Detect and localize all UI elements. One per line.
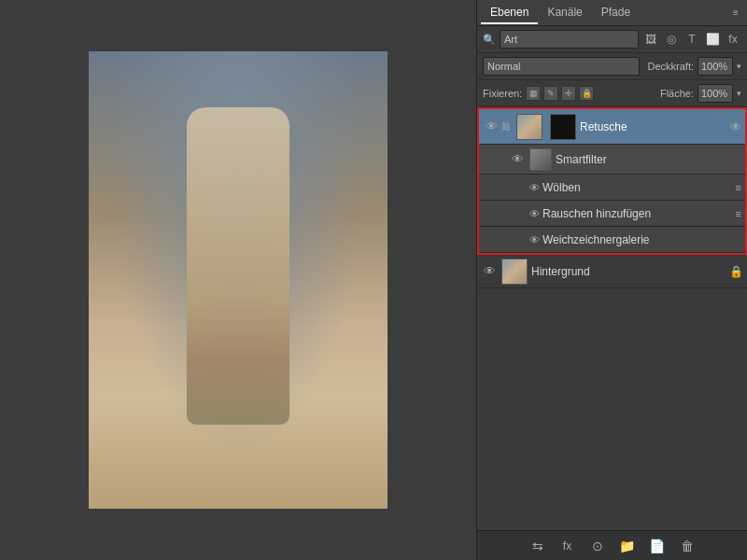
layer-fx-icon[interactable]: fx — [558, 537, 577, 555]
layer-retusche-photo-thumb — [516, 114, 543, 140]
layer-wolben-name: Wölben — [543, 181, 736, 194]
layer-rauschen-options-icon[interactable]: ≡ — [736, 208, 741, 219]
blend-mode-row: Normal Multiplizieren Abdunkeln Deckkraf… — [477, 53, 747, 80]
filter-row: 🔍 Art Name Effekt 🖼 ◎ T ⬜ fx — [477, 26, 747, 53]
opacity-arrow[interactable]: ▾ — [737, 62, 741, 71]
tab-kanaele[interactable]: Kanäle — [538, 2, 591, 24]
layer-weich-eye[interactable]: 👁 — [526, 231, 543, 248]
layer-retusche-mask-thumb — [550, 114, 576, 140]
layer-hintergrund-name: Hintergrund — [531, 265, 729, 278]
main-canvas — [89, 51, 388, 509]
filter-icon-fx[interactable]: fx — [725, 31, 741, 48]
layer-smartfilter-thumb — [529, 148, 552, 171]
layer-smartfilter[interactable]: 👁 Smartfilter — [479, 145, 745, 175]
fix-icons-group: ▦ ✎ ✛ 🔒 — [526, 86, 594, 101]
fix-icon-checker[interactable]: ▦ — [526, 86, 541, 101]
layer-retusche[interactable]: 👁 ⛓ Retusche 👁 — [479, 109, 745, 145]
layers-wrapper: 👁 ⛓ Retusche 👁 👁 Smartfilter — [477, 107, 747, 530]
fix-row: Fixieren: ▦ ✎ ✛ 🔒 Fläche: ▾ — [477, 80, 747, 107]
layer-retusche-eye[interactable]: 👁 — [483, 119, 500, 135]
red-outline-group: 👁 ⛓ Retusche 👁 👁 Smartfilter — [477, 107, 747, 255]
layer-smartfilter-eye[interactable]: 👁 — [509, 151, 526, 168]
layer-hintergrund-thumb — [501, 259, 528, 285]
fixieren-label: Fixieren: — [483, 88, 522, 99]
layer-hintergrund-lock-icon: 🔒 — [729, 265, 743, 278]
new-group-icon[interactable]: 📁 — [618, 537, 637, 555]
layers-panel: Ebenen Kanäle Pfade ≡ 🔍 Art Name Effekt … — [476, 0, 747, 560]
fix-icon-pen[interactable]: ✎ — [543, 86, 558, 101]
link-layers-icon[interactable]: ⇆ — [529, 537, 547, 555]
panel-tabs-row: Ebenen Kanäle Pfade ≡ — [477, 0, 747, 26]
opacity-input[interactable] — [698, 57, 733, 76]
filter-icon-text[interactable]: T — [684, 31, 700, 48]
delete-layer-icon[interactable]: 🗑 — [678, 537, 697, 555]
layer-wolben-eye[interactable]: 👁 — [526, 179, 543, 196]
layer-retusche-name: Retusche — [580, 120, 730, 133]
layer-rauschen-eye[interactable]: 👁 — [526, 205, 543, 222]
filter-search-icon: 🔍 — [483, 34, 496, 46]
filter-icon-adjustment[interactable]: ◎ — [663, 31, 680, 48]
fix-icon-lock[interactable]: 🔒 — [579, 86, 594, 101]
layer-weich-name: Weichzeichnergalerie — [543, 233, 741, 246]
layer-wolben-options-icon[interactable]: ≡ — [736, 182, 741, 193]
filter-icon-shape[interactable]: ⬜ — [704, 31, 721, 48]
layers-scroll[interactable]: 👁 ⛓ Retusche 👁 👁 Smartfilter — [477, 107, 747, 530]
figure-silhouette — [187, 107, 289, 425]
canvas-area — [0, 0, 476, 560]
layer-rauschen-name: Rauschen hinzufügen — [543, 207, 736, 220]
layer-hintergrund-eye[interactable]: 👁 — [481, 263, 498, 280]
layer-smartfilter-name: Smartfilter — [556, 153, 741, 166]
layer-retusche-chain-icon: ⛓ — [500, 120, 513, 133]
layer-retusche-visibility-icon[interactable]: 👁 — [730, 120, 741, 133]
layer-hintergrund[interactable]: 👁 Hintergrund 🔒 — [477, 255, 747, 288]
opacity-label: Deckkraft: — [647, 61, 694, 72]
flaeche-input[interactable] — [698, 84, 733, 103]
tab-ebenen[interactable]: Ebenen — [481, 2, 538, 24]
fix-icon-move[interactable]: ✛ — [561, 86, 576, 101]
flaeche-arrow[interactable]: ▾ — [737, 89, 741, 98]
panel-menu-button[interactable]: ≡ — [728, 6, 743, 21]
layer-weich[interactable]: 👁 Weichzeichnergalerie — [479, 227, 745, 253]
add-mask-icon[interactable]: ⊙ — [588, 537, 607, 555]
new-layer-icon[interactable]: 📄 — [648, 537, 667, 555]
layer-wolben[interactable]: 👁 Wölben ≡ — [479, 175, 745, 201]
filter-icon-image[interactable]: 🖼 — [642, 31, 659, 48]
layer-rauschen[interactable]: 👁 Rauschen hinzufügen ≡ — [479, 201, 745, 227]
filter-type-select[interactable]: Art Name Effekt — [500, 30, 639, 49]
bottom-toolbar: ⇆ fx ⊙ 📁 📄 🗑 — [477, 530, 747, 560]
flaeche-label: Fläche: — [660, 88, 694, 99]
tab-pfade[interactable]: Pfade — [592, 2, 640, 24]
blend-mode-select[interactable]: Normal Multiplizieren Abdunkeln — [483, 57, 640, 76]
